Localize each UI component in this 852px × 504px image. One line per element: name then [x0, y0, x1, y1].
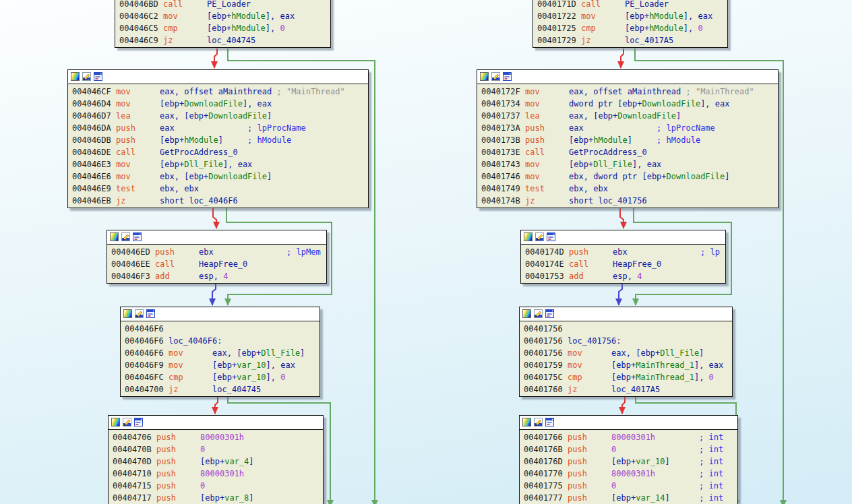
node-window-icon[interactable]	[146, 309, 155, 318]
asm-line: 0040176D push [ebp+var_10] ; int	[524, 455, 736, 468]
block-00401756[interactable]: 0040175600401756 loc_401756:00401756 mov…	[519, 307, 733, 397]
node-color-icon[interactable]	[524, 232, 532, 241]
asm-line: 004046DA push eax ; lpProcName	[72, 122, 367, 134]
node-window-icon[interactable]	[503, 72, 512, 81]
block-00404706[interactable]: 00404706 push 80000301h0040470B push 000…	[108, 415, 324, 504]
asm-line: 004046DE call GetProcAddress_0	[72, 146, 367, 158]
asm-line: 00401775 push 0 ; int	[524, 480, 736, 492]
block-0040171D[interactable]: 0040171D call PE_Loader00401722 mov [ebp…	[532, 0, 728, 48]
asm-line: 00401777 push [ebp+var_14] ; int	[524, 492, 736, 504]
asm-line: 0040174B jz short loc_401756	[481, 195, 777, 207]
asm-line: 004046EB jz short loc_4046F6	[72, 195, 367, 207]
block-004046BD[interactable]: 004046BD call PE_Loader004046C2 mov [ebp…	[115, 0, 331, 48]
block-body: 004046ED push ebx ; lpMem004046EE call H…	[107, 245, 326, 283]
asm-line: 004046F9 mov [ebp+var_10], eax	[125, 359, 318, 371]
asm-line: 00401756	[524, 323, 731, 335]
asm-line: 004046C9 jz loc_404745	[119, 34, 329, 46]
node-color-icon[interactable]	[71, 72, 80, 81]
asm-line: 00401746 mov ebx, dword ptr [ebp+Downloa…	[481, 170, 777, 183]
asm-line: 004046FC cmp [ebp+var_10], 0	[125, 371, 318, 383]
asm-line: 004046CF mov eax, offset aMainthread ; "…	[72, 86, 367, 98]
block-body: 004046BD call PE_Loader004046C2 mov [ebp…	[115, 0, 330, 47]
edge-right-jnt-3	[622, 396, 625, 414]
edge-right-flow-1	[619, 284, 622, 305]
asm-line: 0040171D call PE_Loader	[537, 0, 726, 10]
asm-line: 004046E3 mov [ebp+Dll_File], eax	[72, 158, 367, 170]
asm-line: 004046F6 loc_4046F6:	[125, 335, 318, 347]
asm-line: 00401760 jz loc_4017A5	[524, 383, 731, 396]
asm-line: 004046F6 mov eax, [ebp+Dll_File]	[125, 347, 318, 359]
edit-node-icon[interactable]	[135, 309, 144, 318]
asm-line: 00401729 jz loc_4017A5	[537, 34, 726, 46]
node-window-icon[interactable]	[94, 72, 102, 81]
edit-node-icon[interactable]	[123, 418, 131, 427]
block-title-bar	[477, 70, 778, 84]
asm-line: 004046BD call PE_Loader	[119, 0, 329, 10]
block-004046CF[interactable]: 004046CF mov eax, offset aMainthread ; "…	[67, 69, 369, 208]
node-color-icon[interactable]	[522, 309, 531, 318]
asm-line: 0040470D push [ebp+var_4]	[113, 455, 322, 468]
asm-line: 004046F3 add esp, 4	[111, 270, 325, 282]
node-window-icon[interactable]	[133, 232, 142, 241]
asm-line: 004046ED push ebx ; lpMem	[111, 246, 325, 258]
block-004046F6[interactable]: 004046F6004046F6 loc_4046F6:004046F6 mov…	[120, 307, 320, 397]
edit-node-icon[interactable]	[82, 72, 91, 81]
block-0040172F[interactable]: 0040172F mov eax, offset aMainthread ; "…	[477, 69, 779, 208]
edge-left-flow-1	[212, 284, 216, 305]
asm-line: 00401759 mov [ebp+MainThread_1], eax	[524, 359, 731, 371]
block-title-bar	[109, 416, 323, 430]
block-body: 0040175600401756 loc_401756:00401756 mov…	[520, 321, 732, 396]
asm-line: 0040173B push [ebp+hModule] ; hModule	[481, 134, 777, 146]
graph-canvas[interactable]: 004046BD call PE_Loader004046C2 mov [ebp…	[0, 0, 852, 504]
block-body: 0040172F mov eax, offset aMainthread ; "…	[477, 84, 778, 208]
asm-line: 00404700 jz loc_404745	[125, 383, 318, 396]
block-body: 00401766 push 80000301h ; int0040176B pu…	[520, 430, 737, 504]
asm-line: 00401749 test ebx, ebx	[481, 183, 777, 195]
asm-line: 004046DB push [ebp+hModule] ; hModule	[72, 134, 367, 146]
node-window-icon[interactable]	[545, 418, 554, 427]
asm-line: 0040470B push 0	[113, 443, 322, 455]
edit-node-icon[interactable]	[535, 232, 544, 241]
edge-right-jnt-1	[621, 49, 623, 68]
block-body: 004046F6004046F6 loc_4046F6:004046F6 mov…	[121, 321, 320, 396]
asm-line: 004046F6	[125, 323, 318, 335]
asm-line: 00401770 push 80000301h ; int	[524, 468, 736, 480]
edit-node-icon[interactable]	[121, 232, 130, 241]
node-color-icon[interactable]	[480, 72, 489, 81]
asm-line: 0040173A push eax ; lpProcName	[481, 122, 777, 134]
edge-left-jnt-3	[215, 396, 218, 414]
node-window-icon[interactable]	[545, 309, 554, 318]
asm-line: 00404710 push 80000301h	[113, 468, 322, 480]
asm-line: 0040173E call GetProcAddress_0	[481, 146, 777, 158]
block-00401766[interactable]: 00401766 push 80000301h ; int0040176B pu…	[519, 415, 738, 504]
asm-line: 00401743 mov [ebp+Dll_File], eax	[481, 158, 777, 170]
node-color-icon[interactable]	[123, 309, 132, 318]
block-title-bar	[520, 416, 737, 430]
edit-node-icon[interactable]	[491, 72, 500, 81]
asm-line: 004046C5 cmp [ebp+hModule], 0	[119, 22, 329, 34]
asm-line: 0040175C cmp [ebp+MainThread_1], 0	[524, 371, 731, 383]
asm-line: 004046C2 mov [ebp+hModule], eax	[119, 10, 329, 22]
edit-node-icon[interactable]	[534, 309, 543, 318]
asm-line: 00404717 push [ebp+var_8]	[113, 492, 322, 504]
node-window-icon[interactable]	[547, 232, 555, 241]
edge-left-jnt-1	[214, 49, 217, 68]
edit-node-icon[interactable]	[534, 418, 543, 427]
asm-line: 0040172F mov eax, offset aMainthread ; "…	[481, 86, 777, 98]
block-title-bar	[520, 307, 732, 321]
block-body: 004046CF mov eax, offset aMainthread ; "…	[68, 84, 368, 208]
node-color-icon[interactable]	[522, 418, 531, 427]
block-body: 00404706 push 80000301h0040470B push 000…	[109, 430, 323, 504]
block-title-bar	[521, 230, 725, 245]
asm-line: 00404715 push 0	[113, 480, 322, 492]
asm-line: 00401737 lea eax, [ebp+DownloadFile]	[481, 110, 777, 122]
node-color-icon[interactable]	[111, 418, 120, 427]
node-window-icon[interactable]	[134, 418, 143, 427]
asm-line: 00401766 push 80000301h ; int	[524, 431, 736, 443]
node-color-icon[interactable]	[110, 232, 119, 241]
block-004046ED[interactable]: 004046ED push ebx ; lpMem004046EE call H…	[106, 230, 327, 284]
block-0040174D[interactable]: 0040174D push ebx ; lp0040174E call Heap…	[520, 230, 726, 284]
asm-line: 00401725 cmp [ebp+hModule], 0	[537, 22, 726, 34]
asm-line: 00401722 mov [ebp+hModule], eax	[537, 10, 726, 22]
block-body: 0040174D push ebx ; lp0040174E call Heap…	[521, 245, 725, 283]
